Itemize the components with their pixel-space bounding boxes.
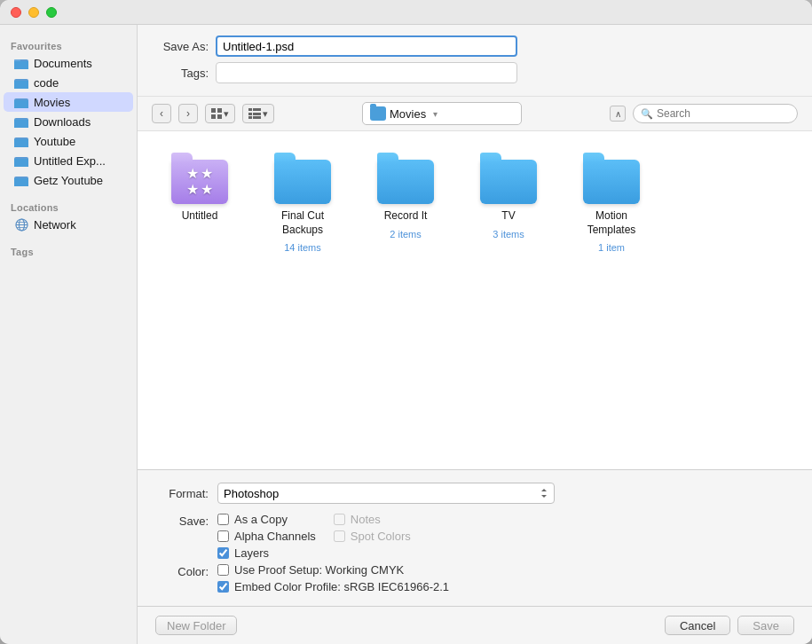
- checkbox-as-copy-row: As a Copy: [217, 513, 316, 526]
- sidebar-item-getz-youtube[interactable]: Getz Youtube: [4, 170, 133, 190]
- sidebar-item-youtube[interactable]: Youtube: [4, 131, 133, 151]
- stars-badge: ★ ★ ★ ★: [186, 167, 213, 197]
- sidebar: Favourites Documents code Movies: [0, 25, 138, 644]
- chevron-down-icon: ▾: [433, 109, 438, 119]
- search-box: 🔍: [633, 104, 798, 123]
- search-input[interactable]: [657, 107, 790, 120]
- folder-icon: [14, 134, 28, 148]
- footer-bar: New Folder Cancel Save: [138, 606, 812, 644]
- sidebar-item-untitled-exp[interactable]: Untitled Exp...: [4, 151, 133, 170]
- sidebar-documents-label: Documents: [34, 57, 92, 70]
- embed-color-label: Embed Color Profile: sRGB IEC61966-2.1: [234, 580, 449, 593]
- new-folder-button[interactable]: New Folder: [155, 616, 237, 635]
- grid-view-label: ▾: [224, 108, 229, 120]
- bottom-panel: Format: Photoshop Save: As a Copy: [138, 469, 812, 606]
- sidebar-network-label: Network: [34, 218, 76, 232]
- notes-label: Notes: [351, 513, 381, 526]
- folder-icon: [14, 114, 28, 129]
- locations-label: Locations: [0, 197, 137, 215]
- save-as-input[interactable]: [216, 35, 517, 57]
- sidebar-item-code[interactable]: code: [4, 73, 133, 92]
- folder-motion-templates-icon: [583, 154, 640, 204]
- folder-tv-name: TV: [501, 209, 515, 224]
- alpha-channels-checkbox[interactable]: [217, 530, 229, 542]
- sidebar-untitled-exp-label: Untitled Exp...: [34, 154, 106, 168]
- folder-untitled-icon: ★ ★ ★ ★: [171, 154, 228, 204]
- folder-final-cut-name: Final Cut Backups: [264, 209, 342, 237]
- format-select[interactable]: Photoshop: [217, 483, 555, 504]
- folder-motion-templates-name: Motion Templates: [572, 209, 650, 237]
- search-icon: 🔍: [641, 108, 653, 120]
- tags-input[interactable]: [216, 62, 517, 83]
- save-options-label: Save:: [155, 513, 209, 560]
- format-row: Format: Photoshop: [155, 483, 794, 504]
- svg-rect-18: [253, 108, 261, 111]
- folder-untitled-name: Untitled: [182, 209, 218, 224]
- folder-icon: [14, 153, 28, 168]
- save-bar: Save As: Tags:: [138, 25, 812, 97]
- use-proof-checkbox[interactable]: [217, 564, 229, 576]
- back-button[interactable]: ‹: [152, 104, 171, 123]
- tags-label: Tags:: [155, 67, 209, 80]
- svg-rect-15: [211, 114, 216, 119]
- folder-icon: [14, 56, 28, 70]
- save-button[interactable]: Save: [737, 616, 794, 635]
- tags-label: Tags: [0, 241, 137, 259]
- spot-colors-label: Spot Colors: [351, 530, 411, 543]
- save-checkboxes: As a Copy Notes Alpha Channels Spot: [217, 513, 432, 560]
- list-view-label: ▾: [263, 108, 268, 120]
- grid-view-button[interactable]: ▾: [205, 104, 235, 123]
- use-proof-label: Use Proof Setup: Working CMYK: [234, 563, 404, 577]
- folder-final-cut-icon: [274, 154, 331, 204]
- sidebar-movies-label: Movies: [34, 96, 70, 109]
- checkbox-embed-color-row: Embed Color Profile: sRGB IEC61966-2.1: [217, 580, 449, 593]
- folder-final-cut-backups[interactable]: Final Cut Backups 14 items: [258, 149, 347, 258]
- embed-color-checkbox[interactable]: [217, 581, 229, 593]
- folder-record-it-name: Record It: [384, 209, 428, 224]
- checkbox-layers-row: Layers: [217, 546, 316, 560]
- folder-record-it-icon: [377, 154, 434, 204]
- folder-record-it[interactable]: Record It 2 items: [361, 149, 450, 258]
- globe-icon: [14, 217, 28, 232]
- spot-colors-checkbox[interactable]: [334, 530, 345, 542]
- cancel-button[interactable]: Cancel: [665, 616, 730, 635]
- folder-tv[interactable]: TV 3 items: [464, 149, 553, 258]
- folder-icon: [14, 95, 28, 109]
- sidebar-getz-youtube-label: Getz Youtube: [34, 174, 103, 187]
- location-selector[interactable]: Movies ▾: [362, 102, 522, 125]
- svg-rect-17: [248, 108, 252, 111]
- maximize-button[interactable]: [46, 7, 57, 18]
- sidebar-item-downloads[interactable]: Downloads: [4, 112, 133, 131]
- location-folder-icon: [370, 106, 386, 121]
- footer-buttons: Cancel Save: [665, 616, 794, 635]
- list-view-button[interactable]: ▾: [242, 104, 274, 123]
- svg-rect-13: [211, 108, 216, 113]
- layers-label: Layers: [234, 546, 269, 560]
- sidebar-downloads-label: Downloads: [34, 115, 91, 129]
- sidebar-code-label: code: [34, 76, 59, 90]
- notes-checkbox[interactable]: [334, 514, 345, 525]
- as-copy-checkbox[interactable]: [217, 514, 229, 525]
- checkbox-use-proof-row: Use Proof Setup: Working CMYK: [217, 563, 449, 577]
- forward-button[interactable]: ›: [178, 104, 198, 123]
- color-checkboxes: Use Proof Setup: Working CMYK Embed Colo…: [217, 563, 449, 593]
- folder-motion-templates[interactable]: Motion Templates 1 item: [567, 149, 656, 258]
- sidebar-item-movies[interactable]: Movies: [4, 92, 133, 112]
- layers-checkbox[interactable]: [217, 547, 229, 559]
- minimize-button[interactable]: [28, 7, 39, 18]
- location-label: Movies: [390, 107, 426, 121]
- expand-button[interactable]: ∧: [610, 106, 626, 122]
- color-label: Color:: [155, 563, 209, 593]
- folder-untitled[interactable]: ★ ★ ★ ★ Untitled: [155, 149, 244, 258]
- format-label: Format:: [155, 487, 209, 500]
- right-panel: Save As: Tags: ‹ › ▾ ▾: [138, 25, 812, 644]
- folder-tv-icon: [480, 154, 537, 204]
- sidebar-item-documents[interactable]: Documents: [4, 53, 133, 73]
- favourites-label: Favourites: [0, 35, 137, 53]
- close-button[interactable]: [11, 7, 21, 18]
- svg-rect-14: [217, 108, 222, 113]
- save-as-label: Save As:: [155, 40, 209, 53]
- main-content: Favourites Documents code Movies: [0, 25, 812, 644]
- folder-icon: [14, 75, 28, 90]
- sidebar-item-network[interactable]: Network: [4, 215, 133, 234]
